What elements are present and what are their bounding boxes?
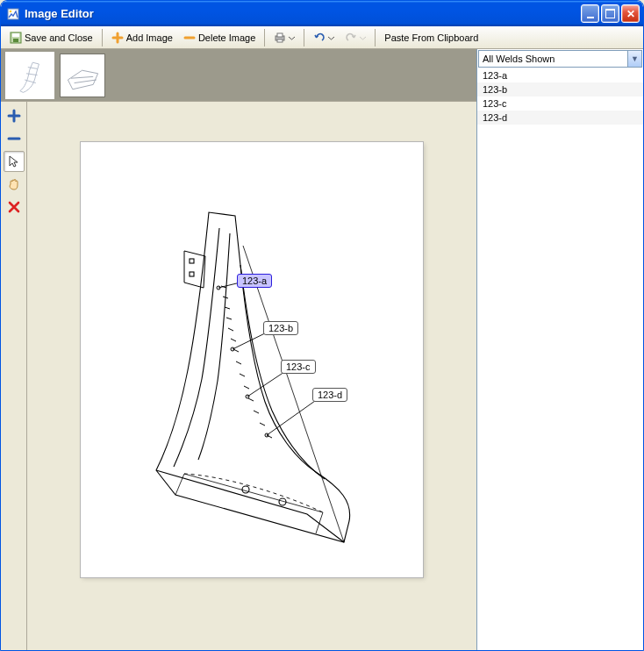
print-icon — [274, 32, 286, 44]
thumbnail-2[interactable] — [61, 54, 104, 97]
redo-icon — [345, 32, 357, 44]
minus-icon — [183, 32, 196, 44]
paste-from-clipboard-button[interactable]: Paste From Clipboard — [379, 28, 483, 47]
chevron-down-icon: ▼ — [627, 51, 641, 67]
add-image-label: Add Image — [126, 32, 173, 43]
title-bar: Image Editor — [1, 1, 643, 26]
list-item-label: 123-b — [483, 84, 507, 95]
svg-rect-3 — [12, 33, 19, 37]
plus-icon — [111, 32, 124, 44]
callout-label: 123-b — [268, 323, 293, 333]
canvas-area[interactable]: 123-a 123-b 123-c 123-d — [27, 102, 476, 650]
callout-label: 123-c — [286, 361, 311, 372]
callout-label: 123-a — [242, 275, 267, 286]
weld-filter-dropdown[interactable]: All Welds Shown ▼ — [478, 50, 642, 68]
save-and-close-button[interactable]: Save and Close — [4, 28, 98, 47]
svg-rect-4 — [13, 39, 18, 42]
list-item[interactable]: 123-c — [477, 97, 643, 111]
dropdown-caret-icon — [360, 32, 366, 44]
list-item-label: 123-d — [483, 112, 507, 123]
undo-button[interactable] — [308, 28, 340, 47]
toolbar-separator — [375, 29, 376, 46]
save-icon — [10, 32, 22, 44]
callout-123-d[interactable]: 123-d — [312, 388, 347, 402]
window-title: Image Editor — [25, 7, 581, 20]
list-item-label: 123-c — [483, 98, 507, 109]
canvas-page[interactable]: 123-a 123-b 123-c 123-d — [81, 142, 423, 577]
window-maximize-button[interactable] — [601, 4, 619, 23]
list-item-label: 123-a — [483, 70, 507, 81]
dropdown-caret-icon — [328, 32, 334, 44]
tool-palette — [1, 102, 27, 650]
delete-image-label: Delete Image — [198, 32, 255, 43]
tool-remove[interactable] — [4, 128, 25, 149]
svg-point-10 — [242, 486, 249, 493]
svg-rect-8 — [190, 259, 194, 263]
svg-rect-6 — [277, 33, 283, 37]
delete-image-button[interactable]: Delete Image — [178, 28, 261, 47]
window-close-button[interactable] — [621, 4, 640, 23]
list-item[interactable]: 123-a — [477, 68, 643, 82]
tool-add[interactable] — [4, 105, 25, 126]
dropdown-caret-icon — [289, 32, 295, 44]
tool-pan[interactable] — [4, 174, 25, 195]
window-minimize-button[interactable] — [581, 4, 599, 23]
weld-list[interactable]: 123-a 123-b 123-c 123-d — [477, 68, 643, 650]
redo-button[interactable] — [340, 28, 371, 47]
side-panel: All Welds Shown ▼ 123-a 123-b 123-c 123-… — [476, 49, 643, 650]
weld-filter-value: All Welds Shown — [479, 54, 627, 64]
callout-label: 123-d — [318, 390, 342, 400]
undo-icon — [313, 32, 326, 44]
tool-pointer[interactable] — [4, 151, 25, 172]
list-item[interactable]: 123-d — [477, 111, 643, 125]
thumbnail-1[interactable] — [8, 54, 52, 97]
svg-rect-7 — [277, 39, 283, 42]
paste-from-clipboard-label: Paste From Clipboard — [384, 32, 478, 43]
toolbar-separator — [102, 29, 103, 46]
toolbar: Save and Close Add Image Delete Image — [1, 26, 643, 49]
toolbar-separator — [264, 29, 265, 46]
save-and-close-label: Save and Close — [25, 32, 93, 43]
svg-rect-9 — [190, 272, 194, 276]
add-image-button[interactable]: Add Image — [106, 28, 178, 47]
toolbar-separator — [304, 29, 304, 46]
svg-point-1 — [10, 10, 12, 12]
callout-123-a[interactable]: 123-a — [237, 274, 272, 288]
callout-123-c[interactable]: 123-c — [281, 360, 316, 374]
tool-delete[interactable] — [4, 197, 25, 218]
callout-123-b[interactable]: 123-b — [263, 321, 298, 335]
app-icon — [6, 7, 20, 21]
thumbnail-strip — [1, 49, 476, 102]
list-item[interactable]: 123-b — [477, 82, 643, 97]
print-button[interactable] — [268, 28, 300, 47]
